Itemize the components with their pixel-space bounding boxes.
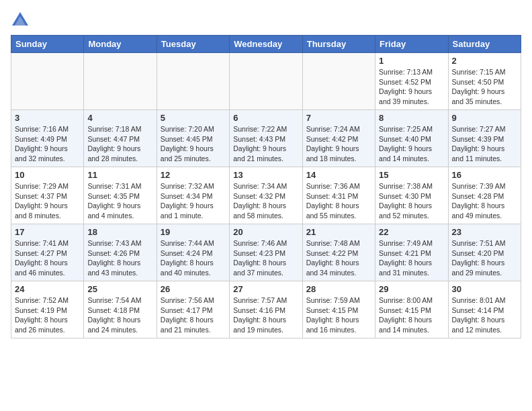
calendar-cell: 2Sunrise: 7:15 AM Sunset: 4:50 PM Daylig…	[448, 53, 521, 110]
day-number: 30	[452, 284, 517, 294]
calendar-cell: 14Sunrise: 7:36 AM Sunset: 4:31 PM Dayli…	[302, 167, 375, 224]
calendar-cell: 11Sunrise: 7:31 AM Sunset: 4:35 PM Dayli…	[84, 167, 157, 224]
calendar-table: SundayMondayTuesdayWednesdayThursdayFrid…	[11, 35, 521, 338]
day-number: 9	[452, 113, 517, 123]
day-info: Sunrise: 8:01 AM Sunset: 4:14 PM Dayligh…	[452, 295, 517, 335]
day-info: Sunrise: 7:18 AM Sunset: 4:47 PM Dayligh…	[87, 124, 152, 164]
day-number: 13	[233, 170, 298, 180]
day-number: 22	[379, 227, 444, 237]
week-row-5: 24Sunrise: 7:52 AM Sunset: 4:19 PM Dayli…	[11, 281, 521, 338]
week-row-3: 10Sunrise: 7:29 AM Sunset: 4:37 PM Dayli…	[11, 167, 521, 224]
day-info: Sunrise: 7:22 AM Sunset: 4:43 PM Dayligh…	[233, 124, 298, 164]
calendar-cell: 18Sunrise: 7:43 AM Sunset: 4:26 PM Dayli…	[84, 224, 157, 281]
day-info: Sunrise: 7:34 AM Sunset: 4:32 PM Dayligh…	[233, 181, 298, 221]
calendar-cell: 26Sunrise: 7:56 AM Sunset: 4:17 PM Dayli…	[157, 281, 229, 338]
calendar-cell	[302, 53, 375, 110]
day-info: Sunrise: 7:41 AM Sunset: 4:27 PM Dayligh…	[15, 238, 80, 278]
day-info: Sunrise: 7:36 AM Sunset: 4:31 PM Dayligh…	[306, 181, 371, 221]
calendar-cell: 22Sunrise: 7:49 AM Sunset: 4:21 PM Dayli…	[375, 224, 448, 281]
calendar-cell: 25Sunrise: 7:54 AM Sunset: 4:18 PM Dayli…	[84, 281, 157, 338]
day-info: Sunrise: 7:24 AM Sunset: 4:42 PM Dayligh…	[306, 124, 371, 164]
calendar-cell: 23Sunrise: 7:51 AM Sunset: 4:20 PM Dayli…	[448, 224, 521, 281]
day-number: 25	[87, 284, 152, 294]
calendar-cell	[157, 53, 229, 110]
day-info: Sunrise: 7:51 AM Sunset: 4:20 PM Dayligh…	[452, 238, 517, 278]
page-header	[11, 11, 521, 30]
calendar-cell: 28Sunrise: 7:59 AM Sunset: 4:15 PM Dayli…	[302, 281, 375, 338]
column-header-sunday: Sunday	[11, 36, 84, 53]
calendar-cell: 6Sunrise: 7:22 AM Sunset: 4:43 PM Daylig…	[230, 110, 302, 167]
week-row-1: 1Sunrise: 7:13 AM Sunset: 4:52 PM Daylig…	[11, 53, 521, 110]
day-info: Sunrise: 7:16 AM Sunset: 4:49 PM Dayligh…	[15, 124, 80, 164]
day-info: Sunrise: 7:29 AM Sunset: 4:37 PM Dayligh…	[15, 181, 80, 221]
day-number: 8	[379, 113, 444, 123]
logo	[11, 11, 32, 30]
calendar-cell	[84, 53, 157, 110]
day-number: 6	[233, 113, 298, 123]
day-info: Sunrise: 7:38 AM Sunset: 4:30 PM Dayligh…	[379, 181, 444, 221]
calendar-cell: 9Sunrise: 7:27 AM Sunset: 4:39 PM Daylig…	[448, 110, 521, 167]
week-row-2: 3Sunrise: 7:16 AM Sunset: 4:49 PM Daylig…	[11, 110, 521, 167]
day-info: Sunrise: 7:39 AM Sunset: 4:28 PM Dayligh…	[452, 181, 517, 221]
day-number: 29	[379, 284, 444, 294]
calendar-cell: 10Sunrise: 7:29 AM Sunset: 4:37 PM Dayli…	[11, 167, 84, 224]
day-number: 15	[379, 170, 444, 180]
day-number: 18	[87, 227, 152, 237]
column-header-thursday: Thursday	[302, 36, 375, 53]
day-number: 10	[15, 170, 80, 180]
day-number: 12	[161, 170, 226, 180]
day-number: 19	[161, 227, 226, 237]
calendar-cell: 5Sunrise: 7:20 AM Sunset: 4:45 PM Daylig…	[157, 110, 229, 167]
calendar-cell: 4Sunrise: 7:18 AM Sunset: 4:47 PM Daylig…	[84, 110, 157, 167]
day-info: Sunrise: 7:48 AM Sunset: 4:22 PM Dayligh…	[306, 238, 371, 278]
calendar-cell	[11, 53, 84, 110]
calendar-cell: 21Sunrise: 7:48 AM Sunset: 4:22 PM Dayli…	[302, 224, 375, 281]
day-info: Sunrise: 8:00 AM Sunset: 4:15 PM Dayligh…	[379, 295, 444, 335]
day-number: 20	[233, 227, 298, 237]
day-info: Sunrise: 7:27 AM Sunset: 4:39 PM Dayligh…	[452, 124, 517, 164]
day-info: Sunrise: 7:32 AM Sunset: 4:34 PM Dayligh…	[161, 181, 226, 221]
day-number: 14	[306, 170, 371, 180]
day-number: 1	[379, 56, 444, 66]
calendar-cell: 29Sunrise: 8:00 AM Sunset: 4:15 PM Dayli…	[375, 281, 448, 338]
calendar-cell: 3Sunrise: 7:16 AM Sunset: 4:49 PM Daylig…	[11, 110, 84, 167]
day-info: Sunrise: 7:25 AM Sunset: 4:40 PM Dayligh…	[379, 124, 444, 164]
calendar-cell: 15Sunrise: 7:38 AM Sunset: 4:30 PM Dayli…	[375, 167, 448, 224]
day-info: Sunrise: 7:46 AM Sunset: 4:23 PM Dayligh…	[233, 238, 298, 278]
calendar-cell: 20Sunrise: 7:46 AM Sunset: 4:23 PM Dayli…	[230, 224, 302, 281]
column-header-saturday: Saturday	[448, 36, 521, 53]
calendar-cell: 1Sunrise: 7:13 AM Sunset: 4:52 PM Daylig…	[375, 53, 448, 110]
calendar-cell: 8Sunrise: 7:25 AM Sunset: 4:40 PM Daylig…	[375, 110, 448, 167]
day-number: 17	[15, 227, 80, 237]
day-number: 4	[87, 113, 152, 123]
day-info: Sunrise: 7:15 AM Sunset: 4:50 PM Dayligh…	[452, 67, 517, 107]
day-number: 27	[233, 284, 298, 294]
logo-icon	[11, 11, 30, 30]
calendar-cell: 12Sunrise: 7:32 AM Sunset: 4:34 PM Dayli…	[157, 167, 229, 224]
day-info: Sunrise: 7:56 AM Sunset: 4:17 PM Dayligh…	[161, 295, 226, 335]
day-number: 5	[161, 113, 226, 123]
day-info: Sunrise: 7:49 AM Sunset: 4:21 PM Dayligh…	[379, 238, 444, 278]
day-info: Sunrise: 7:20 AM Sunset: 4:45 PM Dayligh…	[161, 124, 226, 164]
day-number: 24	[15, 284, 80, 294]
day-info: Sunrise: 7:31 AM Sunset: 4:35 PM Dayligh…	[87, 181, 152, 221]
calendar-cell: 30Sunrise: 8:01 AM Sunset: 4:14 PM Dayli…	[448, 281, 521, 338]
day-number: 16	[452, 170, 517, 180]
day-number: 28	[306, 284, 371, 294]
calendar-cell: 27Sunrise: 7:57 AM Sunset: 4:16 PM Dayli…	[230, 281, 302, 338]
day-number: 2	[452, 56, 517, 66]
column-header-tuesday: Tuesday	[157, 36, 229, 53]
day-info: Sunrise: 7:43 AM Sunset: 4:26 PM Dayligh…	[87, 238, 152, 278]
day-info: Sunrise: 7:52 AM Sunset: 4:19 PM Dayligh…	[15, 295, 80, 335]
day-number: 3	[15, 113, 80, 123]
day-number: 11	[87, 170, 152, 180]
day-number: 21	[306, 227, 371, 237]
day-info: Sunrise: 7:44 AM Sunset: 4:24 PM Dayligh…	[161, 238, 226, 278]
day-number: 7	[306, 113, 371, 123]
column-header-monday: Monday	[84, 36, 157, 53]
day-info: Sunrise: 7:57 AM Sunset: 4:16 PM Dayligh…	[233, 295, 298, 335]
day-info: Sunrise: 7:13 AM Sunset: 4:52 PM Dayligh…	[379, 67, 444, 107]
calendar-cell: 17Sunrise: 7:41 AM Sunset: 4:27 PM Dayli…	[11, 224, 84, 281]
calendar-cell: 13Sunrise: 7:34 AM Sunset: 4:32 PM Dayli…	[230, 167, 302, 224]
day-info: Sunrise: 7:54 AM Sunset: 4:18 PM Dayligh…	[87, 295, 152, 335]
